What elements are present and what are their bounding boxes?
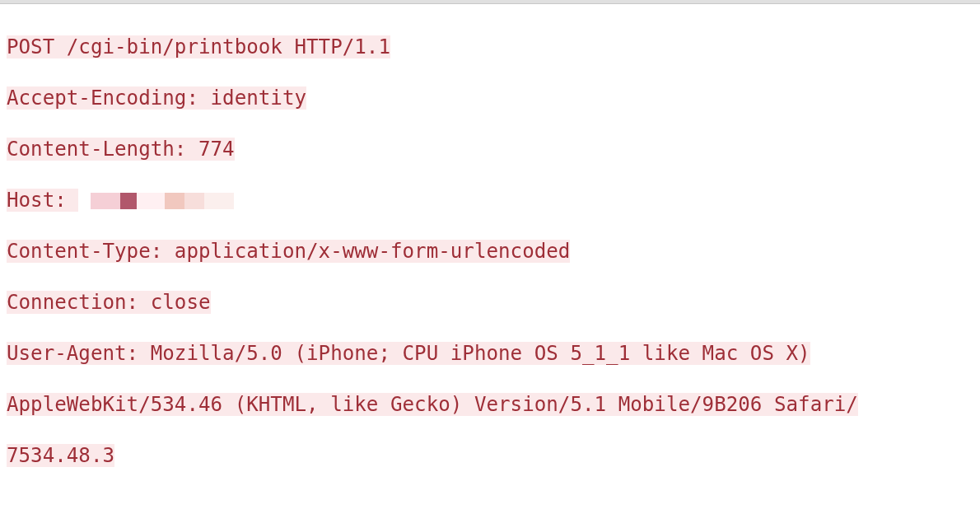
header-content-length: Content-Length: 774 <box>7 137 973 162</box>
http-capture: POST /cgi-bin/printbook HTTP/1.1 Accept-… <box>0 4 980 514</box>
header-user-agent-2: AppleWebKit/534.46 (KHTML, like Gecko) V… <box>7 392 973 418</box>
user-agent-1-text: User-Agent: Mozilla/5.0 (iPhone; CPU iPh… <box>7 342 810 365</box>
user-agent-2-text: AppleWebKit/534.46 (KHTML, like Gecko) V… <box>7 393 858 416</box>
header-user-agent-3: 7534.48.3 <box>7 443 973 469</box>
redacted-host <box>91 193 234 209</box>
header-connection: Connection: close <box>7 290 973 315</box>
accept-encoding-text: Accept-Encoding: identity <box>7 86 306 110</box>
connection-text: Connection: close <box>7 291 211 314</box>
content-type-text: Content-Type: application/x-www-form-url… <box>7 240 570 263</box>
header-accept-encoding: Accept-Encoding: identity <box>7 86 973 111</box>
header-user-agent-1: User-Agent: Mozilla/5.0 (iPhone; CPU iPh… <box>7 341 973 367</box>
request-line-text: POST /cgi-bin/printbook HTTP/1.1 <box>7 35 390 58</box>
blank-line <box>7 494 973 514</box>
request-line: POST /cgi-bin/printbook HTTP/1.1 <box>7 35 973 60</box>
host-label: Host: <box>7 189 78 212</box>
header-content-type: Content-Type: application/x-www-form-url… <box>7 239 973 264</box>
header-host: Host: <box>7 188 973 213</box>
user-agent-3-text: 7534.48.3 <box>7 444 114 467</box>
content-length-text: Content-Length: 774 <box>7 138 235 161</box>
